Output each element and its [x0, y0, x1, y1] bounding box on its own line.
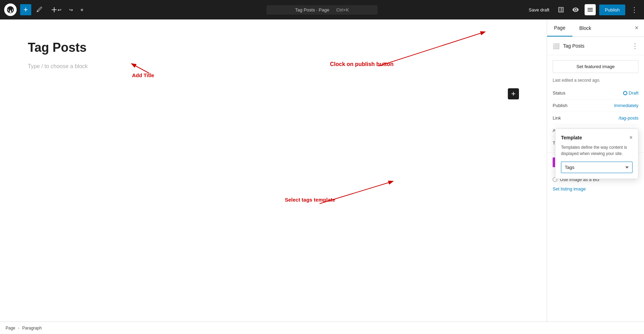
settings-button[interactable]: [585, 4, 596, 15]
toolbar-center: Tag Posts · Page Ctrl+K: [266, 5, 378, 15]
status-separator: ›: [18, 326, 19, 331]
sidebar-close-button[interactable]: ×: [629, 19, 644, 36]
right-sidebar: Page Block × ⬜ Tag Posts ⋮ Set featured …: [547, 19, 644, 321]
publish-value[interactable]: Immediately: [614, 103, 638, 108]
set-featured-image-button[interactable]: Set featured image: [553, 60, 638, 73]
view-button[interactable]: [570, 4, 581, 15]
wordpress-logo: [4, 3, 17, 16]
template-popup-header: Template ×: [561, 135, 633, 141]
post-more-button[interactable]: ⋮: [631, 42, 638, 50]
post-title-sidebar: Tag Posts: [563, 43, 628, 49]
publish-field: Publish Immediately: [553, 99, 638, 112]
status-page[interactable]: Page: [6, 326, 15, 331]
post-title[interactable]: Tag Posts: [28, 40, 519, 55]
template-select-dropdown[interactable]: Default Template Tags Full Width: [561, 162, 633, 173]
link-label: Link: [553, 115, 580, 121]
publish-button[interactable]: Publish: [599, 5, 625, 15]
template-popup: Template × Templates define the way cont…: [555, 129, 638, 179]
status-paragraph: Paragraph: [22, 326, 42, 331]
template-popup-close-button[interactable]: ×: [629, 135, 633, 141]
select-tags-annotation: Select tags template: [285, 197, 335, 203]
edit-button[interactable]: [33, 4, 46, 15]
redo-button[interactable]: ↪: [66, 5, 76, 15]
publish-field-label: Publish: [553, 103, 580, 108]
last-edited-label: Last edited a second ago.: [547, 78, 644, 87]
template-popup-description: Templates define the way content is disp…: [561, 144, 633, 157]
list-view-button[interactable]: ≡: [78, 5, 86, 15]
status-bar: Page › Paragraph: [0, 321, 644, 334]
link-field: Link /tag-posts: [553, 112, 638, 124]
toolbar-left: + ↩ ↪ ≡: [4, 3, 86, 16]
more-options-button[interactable]: ⋮: [629, 3, 640, 16]
editor-area: Tag Posts Type / to choose a block + Add…: [0, 19, 547, 321]
sidebar-tabs: Page Block ×: [547, 19, 644, 37]
add-block-inline-button[interactable]: +: [508, 88, 519, 99]
toolbar: + ↩ ↪ ≡ Tag Posts · Page Ctrl+K Save dra…: [0, 0, 644, 19]
add-title-annotation: Add Title: [132, 72, 154, 78]
page-title-label: Tag Posts · Page: [295, 7, 329, 13]
toolbar-right: Save draft Publish ⋮: [526, 3, 640, 16]
main-area: Tag Posts Type / to choose a block + Add…: [0, 19, 644, 321]
draft-circle-icon: [623, 91, 627, 95]
preview-button[interactable]: [555, 4, 567, 15]
tab-page[interactable]: Page: [547, 19, 572, 36]
editor-placeholder[interactable]: Type / to choose a block: [28, 63, 519, 70]
page-info: Tag Posts · Page Ctrl+K: [266, 5, 378, 15]
link-value[interactable]: /tag-posts: [619, 115, 638, 121]
page-icon: ⬜: [553, 43, 560, 49]
post-header: ⬜ Tag Posts ⋮: [547, 37, 644, 55]
status-field: Status Draft: [553, 87, 638, 99]
status-label: Status: [553, 90, 580, 96]
add-block-button[interactable]: +: [20, 4, 31, 15]
status-value[interactable]: Draft: [623, 90, 638, 96]
svg-line-5: [320, 181, 393, 204]
undo-button[interactable]: ↩: [48, 4, 64, 15]
template-popup-title: Template: [561, 135, 582, 140]
tab-block[interactable]: Block: [572, 19, 598, 36]
save-draft-button[interactable]: Save draft: [526, 5, 552, 15]
shortcut-label: Ctrl+K: [336, 7, 349, 13]
set-listing-image-link[interactable]: Set listing image: [553, 186, 586, 192]
